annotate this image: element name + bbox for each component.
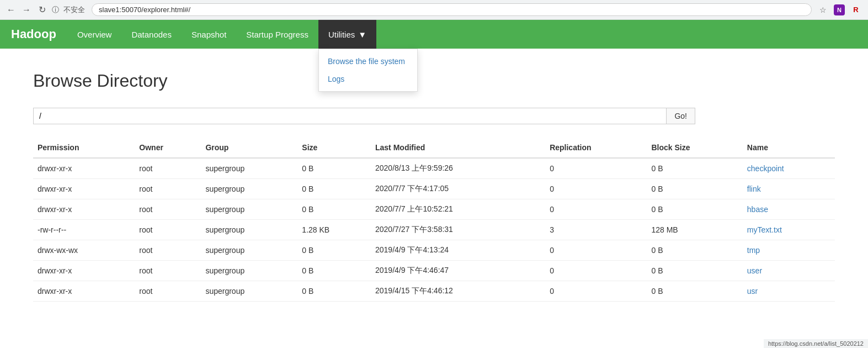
cell-name[interactable]: flink [743,179,835,199]
col-last-modified: Last Modified [371,138,545,158]
cell-last-modified: 2019/4/15 下午4:46:12 [371,281,545,302]
microsoft-icon: N [834,4,845,15]
col-group: Group [201,138,297,158]
nav-datanodes[interactable]: Datanodes [121,20,182,49]
utilities-label: Utilities [328,30,355,39]
cell-group: supergroup [201,281,297,302]
table-body: drwxr-xr-xrootsupergroup0 B2020/8/13 上午9… [33,158,835,302]
cell-size: 0 B [297,158,371,179]
cell-replication: 0 [545,158,647,179]
cell-permission: drwxr-xr-x [33,199,135,220]
cell-block-size: 0 B [647,179,742,199]
table-row: drwxr-xr-xrootsupergroup0 B2020/7/7 上午10… [33,199,835,220]
cell-owner: root [135,158,201,179]
cell-last-modified: 2019/4/9 下午4:46:47 [371,261,545,281]
cell-owner: root [135,199,201,220]
cell-last-modified: 2020/7/27 下午3:58:31 [371,220,545,240]
cell-permission: drwxr-xr-x [33,281,135,302]
security-icon: ⓘ [52,5,59,15]
menu-logs[interactable]: Logs [319,70,417,88]
url-bar[interactable]: slave1:50070/explorer.html#/ [92,3,812,16]
col-size: Size [297,138,371,158]
navbar: Hadoop Overview Datanodes Snapshot Start… [0,20,868,49]
cell-owner: root [135,261,201,281]
star-icon[interactable]: ☆ [816,3,829,17]
table-row: drwx-wx-wxrootsupergroup0 B2019/4/9 下午4:… [33,240,835,261]
directory-table: Permission Owner Group Size Last Modifie… [33,138,835,302]
cell-replication: 0 [545,179,647,199]
cell-last-modified: 2020/8/13 上午9:59:26 [371,158,545,179]
cell-block-size: 0 B [647,158,742,179]
table-row: drwxr-xr-xrootsupergroup0 B2020/8/13 上午9… [33,158,835,179]
dropdown-caret: ▼ [358,30,366,39]
table-header: Permission Owner Group Size Last Modifie… [33,138,835,158]
cell-size: 0 B [297,199,371,220]
main-content: Browse Directory Go! Permission Owner Gr… [0,49,868,313]
back-button[interactable]: ← [6,4,17,15]
cell-owner: root [135,220,201,240]
col-owner: Owner [135,138,201,158]
cell-name[interactable]: myText.txt [743,220,835,240]
cell-size: 1.28 KB [297,220,371,240]
user-icon[interactable]: R [849,3,862,17]
table-row: drwxr-xr-xrootsupergroup0 B2019/4/9 下午4:… [33,261,835,281]
cell-name[interactable]: hbase [743,199,835,220]
cell-last-modified: 2019/4/9 下午4:13:24 [371,240,545,261]
navbar-brand: Hadoop [11,27,56,41]
go-button[interactable]: Go! [667,108,695,124]
cell-owner: root [135,240,201,261]
nav-startup-progress[interactable]: Startup Progress [236,20,318,49]
table-row: drwxr-xr-xrootsupergroup0 B2020/7/7 下午4:… [33,179,835,199]
table-header-row: Permission Owner Group Size Last Modifie… [33,138,835,158]
cell-name[interactable]: usr [743,281,835,302]
cell-permission: drwx-wx-wx [33,240,135,261]
menu-browse-filesystem[interactable]: Browse the file system [319,52,417,70]
nav-overview[interactable]: Overview [67,20,122,49]
cell-group: supergroup [201,261,297,281]
cell-replication: 0 [545,281,647,302]
nav-snapshot[interactable]: Snapshot [182,20,236,49]
page-title: Browse Directory [33,71,835,91]
search-bar: Go! [33,108,695,124]
col-replication: Replication [545,138,647,158]
reload-button[interactable]: ↻ [36,4,47,15]
cell-permission: drwxr-xr-x [33,179,135,199]
cell-permission: -rw-r--r-- [33,220,135,240]
table-row: -rw-r--r--rootsupergroup1.28 KB2020/7/27… [33,220,835,240]
forward-button[interactable]: → [21,4,32,15]
cell-last-modified: 2020/7/7 上午10:52:21 [371,199,545,220]
cell-size: 0 B [297,261,371,281]
cell-owner: root [135,281,201,302]
nav-utilities-dropdown[interactable]: Utilities ▼ Browse the file system Logs [318,20,376,49]
cell-group: supergroup [201,240,297,261]
col-permission: Permission [33,138,135,158]
cell-replication: 3 [545,220,647,240]
utilities-button[interactable]: Utilities ▼ [318,20,376,49]
cell-replication: 0 [545,199,647,220]
cell-size: 0 B [297,240,371,261]
cell-name[interactable]: tmp [743,240,835,261]
cell-name[interactable]: user [743,261,835,281]
cell-block-size: 0 B [647,281,742,302]
cell-last-modified: 2020/7/7 下午4:17:05 [371,179,545,199]
utilities-menu: Browse the file system Logs [318,49,418,92]
cell-replication: 0 [545,261,647,281]
cell-block-size: 0 B [647,240,742,261]
cell-group: supergroup [201,179,297,199]
cell-block-size: 0 B [647,261,742,281]
path-input[interactable] [33,108,667,124]
cell-group: supergroup [201,199,297,220]
col-block-size: Block Size [647,138,742,158]
cell-group: supergroup [201,220,297,240]
security-label: 不安全 [63,5,85,15]
cell-size: 0 B [297,179,371,199]
cell-size: 0 B [297,281,371,302]
cell-owner: root [135,179,201,199]
col-name: Name [743,138,835,158]
browser-icons: ☆ N R [816,3,862,17]
cell-permission: drwxr-xr-x [33,158,135,179]
cell-permission: drwxr-xr-x [33,261,135,281]
cell-replication: 0 [545,240,647,261]
cell-group: supergroup [201,158,297,179]
cell-name[interactable]: checkpoint [743,158,835,179]
